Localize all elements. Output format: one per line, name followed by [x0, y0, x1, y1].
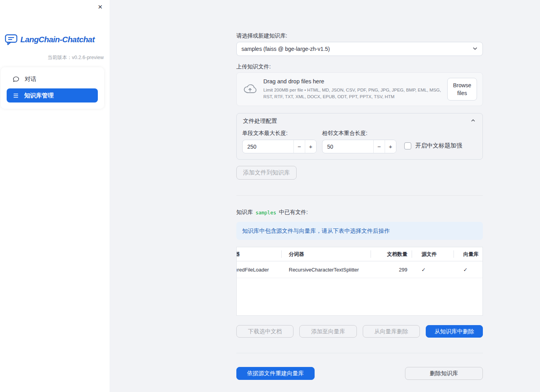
existing-files-prefix: 知识库	[236, 209, 253, 216]
column-header-source-file: 源文件	[412, 247, 454, 261]
upload-label: 上传知识文件:	[236, 63, 483, 70]
chunk-size-group: 单段文本最大长度: 250 − +	[242, 130, 317, 153]
file-config-expander-header[interactable]: 文件处理配置	[237, 113, 482, 128]
browse-files-button[interactable]: Browse files	[447, 78, 477, 101]
app-title: LangChain-Chatchat	[20, 35, 95, 44]
chevron-up-icon	[470, 117, 476, 125]
delete-from-vector-store-button[interactable]: 从向量库删除	[363, 325, 420, 338]
zh-title-enhance-checkbox[interactable]: 开启中文标题加强	[402, 142, 462, 149]
existing-files-heading: 知识库 samples 中已有文件:	[236, 209, 483, 216]
minus-icon: −	[298, 143, 301, 150]
divider	[236, 195, 483, 196]
drag-drop-text: Drag and drop files here	[263, 78, 441, 85]
sidebar-item-label: 对话	[25, 76, 36, 83]
minus-icon: −	[378, 143, 381, 150]
kb-select[interactable]: samples (faiss @ bge-large-zh-v1.5)	[236, 42, 483, 56]
add-to-vector-store-button[interactable]: 添加至向量库	[299, 325, 356, 338]
upload-texts: Drag and drop files here Limit 200MB per…	[263, 78, 441, 100]
delete-kb-button[interactable]: 删除知识库	[405, 367, 483, 380]
download-selected-button[interactable]: 下载选中文档	[236, 325, 293, 338]
cell-splitter: RecursiveCharacterTextSplitter	[282, 261, 371, 278]
expander-title: 文件处理配置	[243, 117, 277, 125]
table-row[interactable]: UnstructuredFileLoader RecursiveCharacte…	[237, 261, 482, 278]
sidebar-item-label: 知识库管理	[24, 92, 54, 99]
cell-doc-count: 299	[371, 261, 412, 278]
sidebar-item-knowledge-base[interactable]: 知识库管理	[7, 88, 98, 102]
logo-chat-bubble-icon	[5, 34, 18, 45]
file-actions-row: 下载选中文档 添加至向量库 从向量库删除 从知识库中删除	[236, 325, 483, 338]
chunk-size-label: 单段文本最大长度:	[242, 130, 317, 137]
overlap-size-label: 相邻文本重合长度:	[322, 130, 396, 137]
checkbox-label: 开启中文标题加强	[415, 142, 462, 149]
files-table-header: 文档加载器 分词器 文档数量 源文件 向量库	[237, 247, 482, 261]
info-banner: 知识库中包含源文件与向量库，请从下表中选择文件后操作	[236, 222, 483, 240]
files-table[interactable]: 文档加载器 分词器 文档数量 源文件 向量库 UnstructuredFileL…	[236, 247, 483, 316]
close-icon: ✕	[98, 4, 103, 11]
column-header-loader: 文档加载器	[237, 247, 282, 261]
rebuild-vector-store-button[interactable]: 依据源文件重建向量库	[236, 367, 315, 380]
cell-loader: UnstructuredFileLoader	[237, 261, 282, 278]
chevron-down-icon	[472, 45, 479, 53]
overlap-size-value[interactable]: 50	[322, 140, 373, 153]
cloud-upload-icon	[243, 83, 257, 95]
checkbox-unchecked-icon	[404, 142, 411, 149]
chunk-size-stepper: 250 − +	[242, 140, 317, 153]
column-header-doc-count: 文档数量	[371, 247, 412, 261]
file-config-expander-body: 单段文本最大长度: 250 − + 相邻文本重合长度: 50 − + 开启中文标…	[237, 128, 482, 159]
kb-select-label: 请选择或新建知识库:	[236, 32, 483, 40]
sidebar: ✕ LangChain-Chatchat 当前版本：v0.2.6-preview…	[0, 0, 110, 392]
divider	[236, 353, 483, 353]
chunk-size-value[interactable]: 250	[243, 140, 293, 153]
cell-vector-check: ✓	[454, 261, 482, 278]
kb-select-value: samples (faiss @ bge-large-zh-v1.5)	[241, 46, 330, 52]
list-icon	[13, 92, 19, 99]
sidebar-menu: 对话 知识库管理	[1, 67, 104, 109]
overlap-decrement-button[interactable]: −	[373, 140, 385, 153]
file-config-expander: 文件处理配置 单段文本最大长度: 250 − + 相邻文本重合长度: 50 − …	[236, 113, 483, 160]
upload-limit-text: Limit 200MB per file • HTML, MD, JSON, C…	[263, 87, 441, 100]
plus-icon: +	[389, 143, 392, 150]
app-logo: LangChain-Chatchat	[5, 34, 95, 45]
column-header-vector-store: 向量库	[454, 247, 482, 261]
column-header-splitter: 分词器	[282, 247, 371, 261]
file-dropzone[interactable]: Drag and drop files here Limit 200MB per…	[236, 72, 483, 106]
info-banner-text: 知识库中包含源文件与向量库，请从下表中选择文件后操作	[242, 227, 390, 235]
cell-source-check: ✓	[412, 261, 454, 278]
existing-files-suffix: 中已有文件:	[279, 209, 308, 216]
chunk-size-increment-button[interactable]: +	[305, 140, 316, 153]
delete-from-kb-button[interactable]: 从知识库中删除	[426, 325, 483, 338]
chunk-size-decrement-button[interactable]: −	[293, 140, 305, 153]
chat-bubble-icon	[13, 76, 20, 83]
main-content: 请选择或新建知识库: samples (faiss @ bge-large-zh…	[236, 0, 483, 380]
overlap-size-stepper: 50 − +	[322, 140, 396, 153]
kb-name-code: samples	[256, 210, 276, 216]
sidebar-close-button[interactable]: ✕	[96, 3, 104, 11]
plus-icon: +	[309, 143, 313, 150]
kb-actions-row: 依据源文件重建向量库 删除知识库	[236, 367, 483, 380]
overlap-increment-button[interactable]: +	[385, 140, 396, 153]
overlap-size-group: 相邻文本重合长度: 50 − +	[322, 130, 396, 153]
version-label: 当前版本：v0.2.6-preview	[47, 54, 104, 61]
add-files-to-kb-button[interactable]: 添加文件到知识库	[236, 166, 297, 180]
sidebar-item-dialogue[interactable]: 对话	[1, 71, 104, 87]
